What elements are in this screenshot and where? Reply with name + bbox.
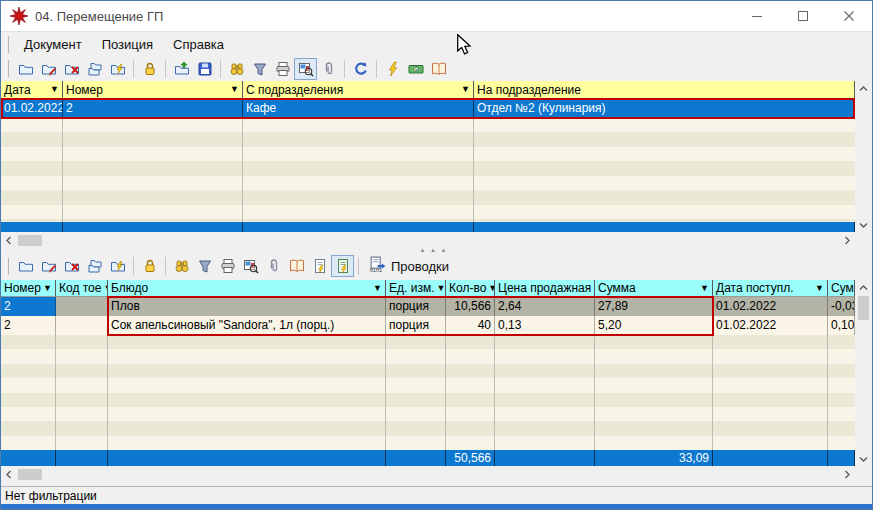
maximize-button[interactable] (780, 1, 826, 31)
column-header[interactable]: Кол-во▼ (446, 280, 495, 296)
filter-dropdown-icon[interactable]: ▼ (41, 284, 52, 293)
money-icon[interactable]: $ (404, 58, 427, 80)
new-folder-icon[interactable] (14, 255, 37, 277)
scroll-down-icon[interactable] (856, 451, 872, 466)
column-header[interactable]: Номер▼ (63, 81, 243, 98)
attachment-paperclip-icon[interactable] (317, 58, 340, 80)
reference-book-icon[interactable] (427, 58, 450, 80)
grid-cell[interactable]: Плов (108, 297, 386, 316)
grid-cell[interactable]: 2 (63, 99, 243, 118)
column-header[interactable]: Дата поступл.▼ (713, 280, 828, 296)
save-icon[interactable] (193, 58, 216, 80)
filter-dropdown-icon[interactable]: ▼ (486, 284, 495, 293)
column-header[interactable]: Сумма▼ (595, 280, 713, 296)
preview-icon[interactable] (294, 58, 317, 80)
item-row[interactable]: 2Пловпорция10,5662,6427,8901.02.2022-0,0… (1, 297, 855, 316)
column-header[interactable]: Код тое▼ (56, 280, 108, 296)
search-binoculars-icon[interactable] (225, 58, 248, 80)
filter-dropdown-icon[interactable]: ▼ (459, 85, 470, 94)
grid-cell[interactable]: Кафе (243, 99, 474, 118)
delete-folder-icon[interactable] (60, 255, 83, 277)
grid-cell[interactable]: 2 (1, 316, 56, 335)
preview-icon[interactable] (239, 255, 262, 277)
filter-dropdown-icon[interactable]: ▼ (371, 284, 382, 293)
grid-cell[interactable]: -0,03 (828, 297, 855, 316)
doc-lightning-icon[interactable] (308, 255, 331, 277)
edit-folder-icon[interactable] (37, 58, 60, 80)
scrollbar-thumb[interactable] (18, 235, 42, 246)
grid-cell[interactable]: порция (386, 297, 446, 316)
lock-icon[interactable] (138, 58, 161, 80)
column-header[interactable]: С подразделения▼ (243, 81, 474, 98)
grid-cell[interactable]: 40 (446, 316, 495, 335)
delete-folder-icon[interactable] (60, 58, 83, 80)
scroll-up-icon[interactable] (856, 280, 872, 295)
scroll-left-icon[interactable] (1, 233, 17, 248)
scroll-right-icon[interactable] (839, 467, 855, 482)
column-header[interactable]: Сумм (828, 280, 855, 296)
grid-cell[interactable]: 01.02.2022 (713, 316, 828, 335)
column-header[interactable]: Ед. изм.▼ (386, 280, 446, 296)
toolbar-grip[interactable] (5, 36, 9, 53)
scroll-down-icon[interactable] (856, 217, 872, 232)
filter-dropdown-icon[interactable]: ▼ (228, 85, 239, 94)
vertical-scrollbar[interactable] (855, 81, 872, 232)
filter-funnel-icon[interactable] (248, 58, 271, 80)
grid-cell[interactable]: порция (386, 316, 446, 335)
copy-folder-icon[interactable] (83, 255, 106, 277)
column-header[interactable]: Блюдо▼ (108, 280, 386, 296)
toolbar-grip[interactable] (5, 60, 9, 77)
edit-folder-icon[interactable] (37, 255, 60, 277)
filter-dropdown-icon[interactable]: ▼ (698, 284, 709, 293)
copy-folder-icon[interactable] (83, 58, 106, 80)
minimize-button[interactable] (734, 1, 780, 31)
item-row[interactable]: 2Сок апельсиновый "Sandora", 1л (порц.)п… (1, 316, 855, 335)
vertical-scrollbar[interactable] (855, 280, 872, 466)
print-icon[interactable] (271, 58, 294, 80)
grid-cell[interactable]: 27,89 (595, 297, 713, 316)
filter-dropdown-icon[interactable]: ▼ (434, 284, 445, 293)
column-header[interactable]: Номер▼ (1, 280, 56, 296)
filter-dropdown-icon[interactable]: ▼ (813, 284, 824, 293)
grid-cell[interactable]: 01.02.2022 (713, 297, 828, 316)
batch-edit-folder-icon[interactable] (106, 255, 129, 277)
grid-cell[interactable]: Сок апельсиновый "Sandora", 1л (порц.) (108, 316, 386, 335)
batch-edit-folder-icon[interactable] (106, 58, 129, 80)
column-header[interactable]: Дата▼ (1, 81, 63, 98)
document-row-selected[interactable]: 01.02.20222КафеОтдел №2 (Кулинария) (1, 99, 855, 118)
scroll-right-icon[interactable] (839, 233, 855, 248)
grid-cell[interactable]: 0,13 (495, 316, 595, 335)
grid-cell[interactable] (56, 297, 108, 316)
filter-dropdown-icon[interactable]: ▼ (48, 85, 59, 94)
grid-cell[interactable]: 5,20 (595, 316, 713, 335)
scrollbar-thumb[interactable] (858, 296, 869, 320)
toolbar-grip[interactable] (5, 258, 9, 275)
grid-cell[interactable]: 01.02.2022 (1, 99, 63, 118)
print-icon[interactable] (216, 255, 239, 277)
lightning-icon[interactable] (381, 58, 404, 80)
doc-lightning-alt-icon[interactable] (331, 255, 354, 277)
window-resize-edge[interactable] (1, 504, 872, 509)
scroll-left-icon[interactable] (1, 467, 17, 482)
open-folder-icon[interactable] (170, 58, 193, 80)
grid-cell[interactable]: 10,566 (446, 297, 495, 316)
grid-cell[interactable]: 0,10 (828, 316, 855, 335)
search-binoculars-icon[interactable] (170, 255, 193, 277)
new-folder-icon[interactable] (14, 58, 37, 80)
grid-cell[interactable] (56, 316, 108, 335)
column-header[interactable]: Цена продажная▼ (495, 280, 595, 296)
horizontal-scrollbar[interactable] (1, 232, 855, 248)
scrollbar-thumb[interactable] (18, 469, 42, 480)
scroll-up-icon[interactable] (856, 81, 872, 96)
lock-icon[interactable] (138, 255, 161, 277)
grid-cell[interactable]: 2 (1, 297, 56, 316)
grid-cell[interactable]: Отдел №2 (Кулинария) (474, 99, 855, 118)
horizontal-scrollbar[interactable] (1, 466, 855, 483)
postings-button[interactable]: 0101 Проводки (363, 254, 455, 278)
menu-item-1[interactable]: Позиция (92, 34, 163, 55)
refresh-icon[interactable] (349, 58, 372, 80)
reference-book-icon[interactable] (285, 255, 308, 277)
filter-funnel-icon[interactable] (193, 255, 216, 277)
attachment-paperclip-icon[interactable] (262, 255, 285, 277)
grid-cell[interactable]: 2,64 (495, 297, 595, 316)
